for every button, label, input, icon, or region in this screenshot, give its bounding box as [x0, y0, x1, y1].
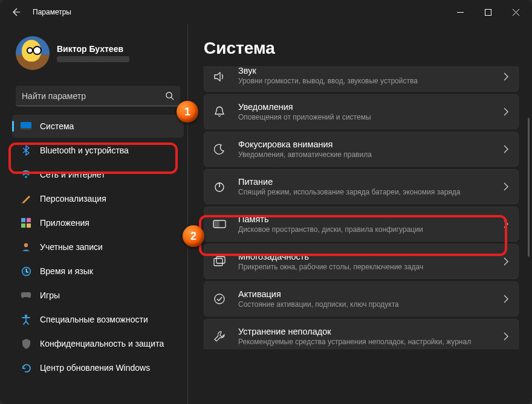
- sidebar-item-privacy[interactable]: Конфиденциальность и защита: [12, 332, 184, 355]
- moon-icon: [213, 143, 226, 156]
- chevron-right-icon: [504, 145, 508, 153]
- page-title: Система: [204, 39, 519, 58]
- sidebar: Виктор Бухтеев Система: [0, 24, 187, 404]
- svg-rect-5: [21, 218, 25, 222]
- tile-sub: Состояние активации, подписки, ключ прод…: [238, 300, 491, 309]
- tile-head: Активация: [238, 289, 491, 299]
- bluetooth-icon: [21, 145, 31, 156]
- multitask-icon: [213, 255, 226, 268]
- svg-point-9: [24, 243, 28, 247]
- sidebar-item-label: Сеть и Интернет: [40, 170, 105, 179]
- update-icon: [21, 362, 31, 373]
- svg-point-4: [25, 176, 27, 178]
- svg-rect-3: [21, 128, 31, 130]
- sidebar-item-label: Игры: [40, 290, 60, 300]
- tile-sub: Дисковое пространство, диски, правила ко…: [238, 225, 491, 234]
- tile-head: Фокусировка внимания: [238, 139, 491, 149]
- svg-point-11: [25, 315, 27, 317]
- sidebar-item-label: Персонализация: [40, 194, 106, 204]
- settings-tiles: Звук Уровни громкости, вывод, ввод, звук…: [204, 69, 519, 349]
- power-icon: [213, 180, 226, 193]
- svg-rect-6: [27, 218, 31, 222]
- profile-email-redacted: [57, 56, 129, 62]
- titlebar: Параметры: [0, 0, 532, 24]
- sidebar-item-label: Конфиденциальность и защита: [40, 339, 164, 348]
- tile-head: Питание: [238, 177, 491, 187]
- sidebar-item-label: Приложения: [40, 218, 89, 228]
- paintbrush-icon: [21, 193, 31, 204]
- search-input[interactable]: [22, 91, 160, 101]
- sidebar-item-label: Время и язык: [40, 266, 93, 276]
- close-button[interactable]: [502, 2, 530, 22]
- step-marker-1: 1: [177, 101, 198, 123]
- settings-window: Параметры Виктор Бухтеев: [0, 0, 532, 404]
- chevron-right-icon: [504, 332, 508, 341]
- sidebar-item-time-language[interactable]: Время и язык: [12, 260, 184, 283]
- gamepad-icon: [21, 290, 31, 301]
- maximize-button[interactable]: [474, 2, 502, 22]
- bell-icon: [213, 105, 226, 118]
- sidebar-item-system[interactable]: Система: [12, 115, 184, 138]
- sidebar-item-personalization[interactable]: Персонализация: [12, 187, 184, 210]
- profile-name: Виктор Бухтеев: [57, 44, 129, 54]
- chevron-right-icon: [504, 220, 508, 228]
- wrench-icon: [213, 330, 226, 343]
- svg-rect-0: [485, 9, 491, 15]
- sidebar-item-gaming[interactable]: Игры: [12, 284, 184, 307]
- tile-sub: Прикрепить окна, рабочие столы, переключ…: [238, 263, 491, 271]
- tile-sound[interactable]: Звук Уровни громкости, вывод, ввод, звук…: [204, 66, 519, 92]
- chevron-right-icon: [504, 295, 508, 303]
- sidebar-item-windows-update[interactable]: Центр обновления Windows: [12, 356, 184, 379]
- tile-power[interactable]: Питание Спящий режим, использование заря…: [204, 169, 519, 204]
- display-icon: [21, 121, 31, 132]
- svg-rect-7: [21, 223, 25, 228]
- svg-point-17: [215, 294, 224, 304]
- apps-icon: [21, 217, 31, 228]
- sidebar-item-bluetooth[interactable]: Bluetooth и устройства: [12, 139, 184, 162]
- window-title: Параметры: [33, 8, 71, 16]
- svg-rect-16: [216, 257, 225, 263]
- sidebar-nav: Система Bluetooth и устройства Сеть и Ин…: [12, 115, 184, 379]
- chevron-right-icon: [504, 257, 508, 266]
- tile-sub: Оповещения от приложений и системы: [238, 113, 491, 121]
- sidebar-item-network[interactable]: Сеть и Интернет: [12, 163, 184, 186]
- sidebar-item-label: Bluetooth и устройства: [40, 146, 129, 155]
- tile-focus-assist[interactable]: Фокусировка внимания Уведомления, автома…: [204, 132, 519, 167]
- window-controls: [446, 2, 530, 22]
- chevron-right-icon: [504, 182, 508, 191]
- tile-troubleshoot[interactable]: Устранение неполадок Рекомендуемые средс…: [204, 319, 519, 349]
- step-marker-2: 2: [183, 225, 204, 247]
- shield-icon: [21, 338, 31, 349]
- svg-rect-14: [213, 220, 219, 228]
- minimize-button[interactable]: [446, 2, 474, 22]
- tile-head: Память: [238, 214, 491, 224]
- sidebar-item-label: Система: [40, 121, 74, 131]
- chevron-right-icon: [504, 107, 508, 116]
- chevron-right-icon: [504, 72, 508, 81]
- tile-head: Многозадачность: [238, 252, 491, 261]
- sidebar-item-apps[interactable]: Приложения: [12, 211, 184, 234]
- storage-icon: [213, 217, 226, 231]
- content-area: Система Звук Уровни громкости, вывод, вв…: [188, 24, 532, 404]
- svg-rect-8: [27, 223, 31, 228]
- tile-multitasking[interactable]: Многозадачность Прикрепить окна, рабочие…: [204, 244, 519, 279]
- svg-point-1: [166, 92, 172, 98]
- avatar: [16, 36, 50, 70]
- svg-rect-15: [214, 258, 222, 266]
- check-icon: [213, 292, 226, 306]
- search-box[interactable]: [16, 86, 180, 106]
- tile-activation[interactable]: Активация Состояние активации, подписки,…: [204, 281, 519, 316]
- sidebar-item-accessibility[interactable]: Специальные возможности: [12, 308, 184, 331]
- sidebar-item-accounts[interactable]: Учетные записи: [12, 236, 184, 258]
- tile-notifications[interactable]: Уведомления Оповещения от приложений и с…: [204, 94, 519, 129]
- back-button[interactable]: [10, 6, 22, 18]
- profile-block[interactable]: Виктор Бухтеев: [12, 30, 184, 81]
- vertical-scrollbar[interactable]: [528, 118, 530, 257]
- tile-storage[interactable]: Память Дисковое пространство, диски, пра…: [204, 207, 519, 242]
- tile-sub: Уровни громкости, вывод, ввод, звуковые …: [238, 77, 491, 85]
- search-icon: [165, 91, 174, 100]
- sidebar-item-label: Специальные возможности: [40, 315, 148, 324]
- wifi-icon: [21, 169, 31, 180]
- tile-head: Устранение неполадок: [238, 327, 491, 336]
- tile-sub: Спящий режим, использование заряда батар…: [238, 188, 491, 196]
